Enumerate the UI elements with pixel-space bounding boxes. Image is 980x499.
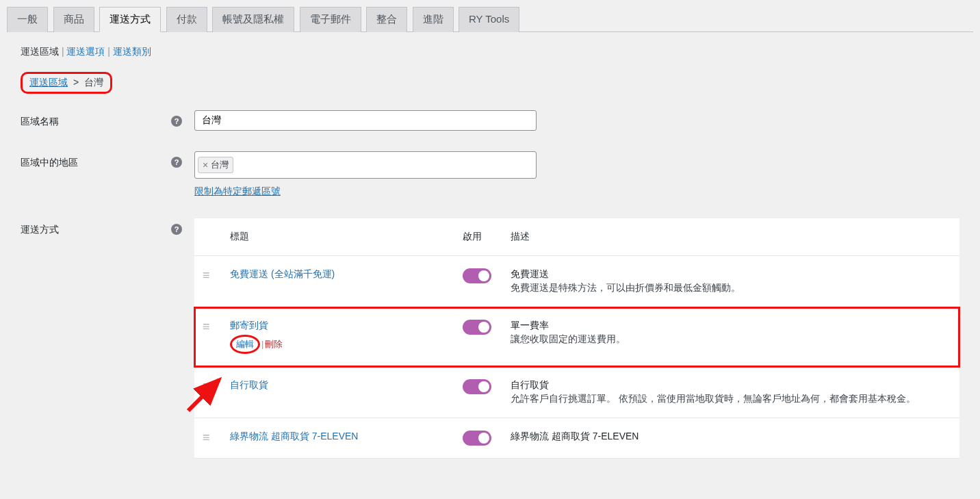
- help-icon[interactable]: ?: [171, 224, 182, 235]
- drag-handle-icon[interactable]: ≡: [203, 379, 210, 393]
- settings-tabs: 一般 商品 運送方式 付款 帳號及隱私權 電子郵件 整合 進階 RY Tools: [7, 7, 973, 32]
- drag-handle-icon[interactable]: ≡: [203, 268, 210, 282]
- enabled-toggle[interactable]: [463, 379, 491, 394]
- table-row: ≡ 免費運送 (全站滿千免運) 免費運送 免費運送是特殊方法，可以由折價券和最低…: [194, 256, 959, 307]
- row-actions: 編輯|刪除: [230, 335, 446, 354]
- subnav-link-options[interactable]: 運送選項: [66, 46, 105, 57]
- tab-products[interactable]: 商品: [53, 7, 94, 32]
- subnav-separator: |: [107, 46, 113, 57]
- table-row: ≡ 郵寄到貨 編輯|刪除 單一費率 讓您收取固定的運送費用。: [194, 307, 959, 367]
- action-separator: |: [261, 339, 263, 349]
- zone-regions-input[interactable]: × 台灣: [194, 151, 537, 179]
- table-header-enabled: 啟用: [454, 218, 502, 256]
- restrict-postcodes-link[interactable]: 限制為特定郵遞區號: [194, 185, 959, 198]
- tab-general[interactable]: 一般: [7, 7, 48, 32]
- tab-payments[interactable]: 付款: [166, 7, 207, 32]
- help-icon[interactable]: ?: [171, 157, 182, 168]
- subnav-link-classes[interactable]: 運送類別: [113, 46, 151, 57]
- help-icon[interactable]: ?: [171, 116, 182, 127]
- method-title-link[interactable]: 自行取貨: [230, 379, 268, 390]
- edit-link[interactable]: 編輯: [236, 339, 254, 349]
- breadcrumb-current: 台灣: [84, 77, 103, 88]
- enabled-toggle[interactable]: [463, 431, 491, 446]
- tab-accounts[interactable]: 帳號及隱私權: [212, 7, 294, 32]
- shipping-methods-table: 標題 啟用 描述 ≡ 免費運送 (全站滿千免運) 免費運送 免費運送: [194, 218, 959, 459]
- zone-regions-label: 區域中的地區: [21, 151, 171, 169]
- region-tag: × 台灣: [198, 157, 233, 173]
- table-header-title: 標題: [222, 218, 454, 256]
- drag-handle-icon[interactable]: ≡: [203, 431, 210, 444]
- tab-rytools[interactable]: RY Tools: [459, 7, 519, 32]
- table-row: ≡ 綠界物流 超商取貨 7-ELEVEN 綠界物流 超商取貨 7-ELEVEN: [194, 418, 959, 459]
- subnav-current: 運送區域: [21, 46, 59, 57]
- table-header-sort: [194, 218, 222, 256]
- method-desc-title: 單一費率: [511, 320, 951, 332]
- method-title-link[interactable]: 免費運送 (全站滿千免運): [230, 268, 335, 279]
- table-row: ≡ 自行取貨 自行取貨 允許客戶自行挑選訂單。 依預設，當使用當地取貨時，無論客…: [194, 367, 959, 418]
- delete-link[interactable]: 刪除: [265, 339, 283, 349]
- enabled-toggle[interactable]: [463, 268, 491, 283]
- method-title-link[interactable]: 綠界物流 超商取貨 7-ELEVEN: [230, 431, 358, 442]
- tab-integration[interactable]: 整合: [366, 7, 407, 32]
- region-tag-label: 台灣: [211, 159, 229, 171]
- method-desc-title: 免費運送: [511, 268, 951, 281]
- tab-emails[interactable]: 電子郵件: [300, 7, 361, 32]
- breadcrumb-separator: >: [73, 77, 79, 88]
- method-desc-title: 綠界物流 超商取貨 7-ELEVEN: [511, 431, 951, 443]
- method-desc-title: 自行取貨: [511, 379, 951, 392]
- table-header-description: 描述: [502, 218, 959, 256]
- method-desc-text: 免費運送是特殊方法，可以由折價券和最低金額觸動。: [511, 282, 951, 294]
- drag-handle-icon[interactable]: ≡: [203, 320, 210, 333]
- remove-tag-icon[interactable]: ×: [203, 159, 208, 170]
- tab-shipping[interactable]: 運送方式: [99, 7, 161, 32]
- method-title-link[interactable]: 郵寄到貨: [230, 320, 268, 331]
- zone-name-input[interactable]: [194, 110, 537, 131]
- enabled-toggle[interactable]: [463, 320, 491, 335]
- shipping-methods-label: 運送方式: [21, 218, 171, 236]
- breadcrumb: 運送區域 > 台灣: [21, 72, 112, 94]
- zone-name-label: 區域名稱: [21, 110, 171, 128]
- shipping-subnav: 運送區域 | 運送選項 | 運送類別: [21, 46, 959, 58]
- method-desc-text: 讓您收取固定的運送費用。: [511, 333, 951, 346]
- method-desc-text: 允許客戶自行挑選訂單。 依預設，當使用當地取貨時，無論客戶地址為何，都會套用基本…: [511, 393, 951, 405]
- breadcrumb-root-link[interactable]: 運送區域: [29, 77, 68, 88]
- tab-advanced[interactable]: 進階: [413, 7, 454, 32]
